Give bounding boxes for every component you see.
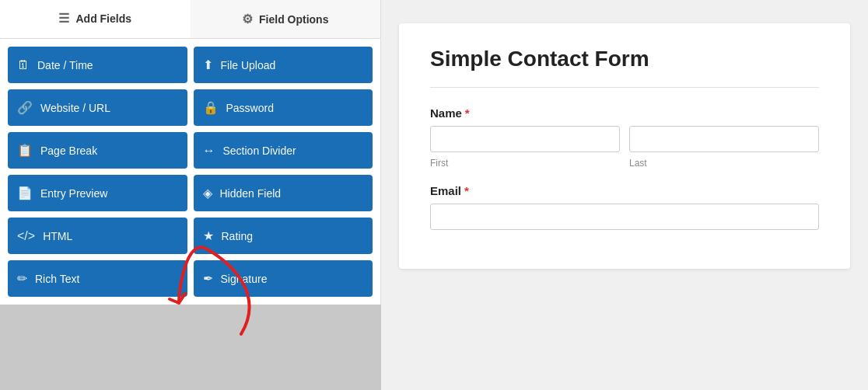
tab-add-fields[interactable]: ☰ Add Fields <box>0 0 191 38</box>
field-btn-file-upload-label: File Upload <box>221 59 276 71</box>
name-label: Name * <box>430 106 819 120</box>
form-preview-card: Simple Contact Form Name * First Last Em… <box>399 23 850 269</box>
rating-icon: ★ <box>203 228 214 243</box>
field-btn-hidden-field[interactable]: ◈ Hidden Field <box>194 175 373 211</box>
website-url-icon: 🔗 <box>17 100 33 115</box>
file-upload-icon: ⬆ <box>203 57 213 72</box>
name-first-input[interactable] <box>430 126 620 152</box>
field-btn-date-time[interactable]: 🗓 Date / Time <box>8 47 187 83</box>
first-sub-label: First <box>430 155 620 169</box>
field-btn-entry-preview-label: Entry Preview <box>40 187 107 200</box>
email-field-group: Email * <box>430 184 819 230</box>
tab-field-options[interactable]: ⚙ Field Options <box>191 0 381 38</box>
fields-grid: 🗓 Date / Time ⬆ File Upload 🔗 Website / … <box>0 39 380 305</box>
email-required-star: * <box>464 184 469 197</box>
add-fields-icon: ☰ <box>58 11 69 26</box>
signature-icon: ✒ <box>203 271 213 286</box>
name-last-input[interactable] <box>629 126 819 152</box>
date-time-icon: 🗓 <box>17 58 30 72</box>
tab-bar: ☰ Add Fields ⚙ Field Options <box>0 0 380 39</box>
field-btn-html[interactable]: </> HTML <box>8 218 187 254</box>
name-inputs <box>430 126 819 152</box>
tab-add-fields-label: Add Fields <box>75 12 131 25</box>
field-btn-section-divider[interactable]: ↔ Section Divider <box>194 132 373 169</box>
name-field-group: Name * First Last <box>430 106 819 169</box>
field-btn-rich-text[interactable]: ✏ Rich Text <box>8 260 187 297</box>
hidden-field-icon: ◈ <box>203 186 212 200</box>
field-btn-section-divider-label: Section Divider <box>223 145 296 157</box>
field-btn-rating-label: Rating <box>222 230 253 242</box>
form-preview-panel: Simple Contact Form Name * First Last Em… <box>381 0 868 390</box>
field-btn-file-upload[interactable]: ⬆ File Upload <box>194 47 373 83</box>
field-btn-date-time-label: Date / Time <box>37 59 93 71</box>
name-sub-labels: First Last <box>430 155 819 169</box>
field-btn-entry-preview[interactable]: 📄 Entry Preview <box>8 175 187 211</box>
form-title: Simple Contact Form <box>430 47 819 71</box>
email-label: Email * <box>430 184 819 197</box>
last-sub-label: Last <box>629 155 819 169</box>
field-btn-password-label: Password <box>226 102 274 114</box>
password-icon: 🔒 <box>203 100 219 115</box>
field-btn-website-url-label: Website / URL <box>40 102 110 114</box>
section-divider-icon: ↔ <box>203 144 215 158</box>
field-btn-password[interactable]: 🔒 Password <box>194 89 373 126</box>
email-input[interactable] <box>430 204 819 230</box>
field-btn-page-break-label: Page Break <box>40 145 97 157</box>
field-btn-rich-text-label: Rich Text <box>35 273 79 285</box>
field-btn-page-break[interactable]: 📋 Page Break <box>8 132 187 169</box>
field-btn-hidden-field-label: Hidden Field <box>220 187 282 200</box>
tab-field-options-label: Field Options <box>259 13 328 26</box>
entry-preview-icon: 📄 <box>17 186 33 200</box>
field-btn-signature-label: Signature <box>221 273 268 285</box>
form-divider <box>430 87 819 88</box>
field-options-icon: ⚙ <box>242 12 253 26</box>
html-icon: </> <box>17 229 35 243</box>
name-required-star: * <box>465 106 470 120</box>
field-btn-website-url[interactable]: 🔗 Website / URL <box>8 89 187 126</box>
field-btn-rating[interactable]: ★ Rating <box>194 218 373 254</box>
rich-text-icon: ✏ <box>17 271 27 286</box>
field-btn-signature[interactable]: ✒ Signature <box>194 260 373 297</box>
page-break-icon: 📋 <box>17 143 33 158</box>
field-btn-html-label: HTML <box>43 230 72 242</box>
